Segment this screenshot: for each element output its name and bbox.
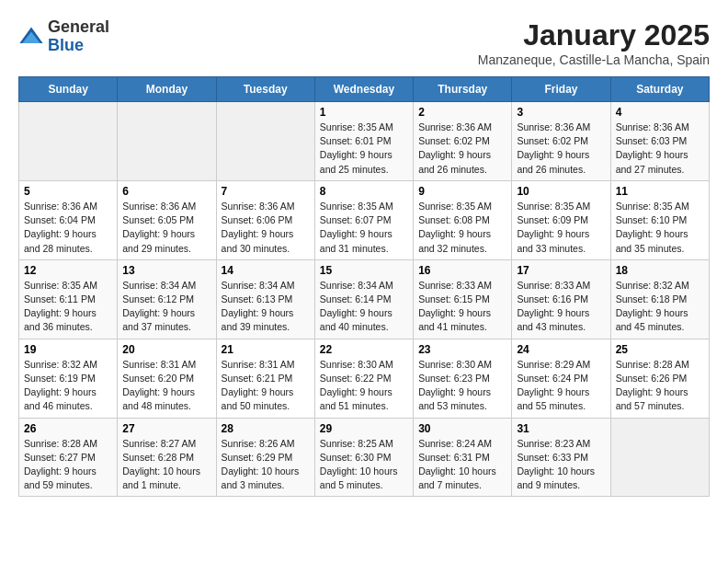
- logo-text: General Blue: [48, 18, 109, 55]
- day-number: 3: [517, 106, 605, 119]
- day-number: 1: [320, 106, 408, 119]
- day-info: Sunrise: 8:32 AMSunset: 6:19 PMDaylight:…: [24, 358, 112, 414]
- calendar-body: 1Sunrise: 8:35 AMSunset: 6:01 PMDaylight…: [19, 102, 710, 497]
- day-info: Sunrise: 8:36 AMSunset: 6:06 PMDaylight:…: [222, 200, 310, 256]
- day-info: Sunrise: 8:29 AMSunset: 6:24 PMDaylight:…: [517, 358, 605, 414]
- day-info: Sunrise: 8:35 AMSunset: 6:10 PMDaylight:…: [616, 200, 704, 256]
- day-info: Sunrise: 8:28 AMSunset: 6:26 PMDaylight:…: [616, 358, 704, 414]
- week-row: 12Sunrise: 8:35 AMSunset: 6:11 PMDayligh…: [19, 259, 710, 339]
- week-row: 5Sunrise: 8:36 AMSunset: 6:04 PMDaylight…: [19, 180, 710, 259]
- calendar-header: SundayMondayTuesdayWednesdayThursdayFrid…: [19, 77, 710, 102]
- day-number: 10: [517, 185, 605, 198]
- calendar-cell: 13Sunrise: 8:34 AMSunset: 6:12 PMDayligh…: [118, 259, 216, 339]
- calendar-cell: 4Sunrise: 8:36 AMSunset: 6:03 PMDaylight…: [610, 102, 709, 181]
- calendar-cell: 10Sunrise: 8:35 AMSunset: 6:09 PMDayligh…: [512, 180, 610, 259]
- calendar-cell: [118, 102, 216, 181]
- day-info: Sunrise: 8:35 AMSunset: 6:07 PMDaylight:…: [320, 200, 408, 256]
- day-number: 15: [320, 264, 408, 277]
- calendar-cell: 30Sunrise: 8:24 AMSunset: 6:31 PMDayligh…: [414, 418, 512, 497]
- day-info: Sunrise: 8:30 AMSunset: 6:22 PMDaylight:…: [320, 358, 408, 414]
- day-info: Sunrise: 8:23 AMSunset: 6:33 PMDaylight:…: [517, 437, 605, 493]
- week-row: 1Sunrise: 8:35 AMSunset: 6:01 PMDaylight…: [19, 102, 710, 181]
- calendar-cell: 3Sunrise: 8:36 AMSunset: 6:02 PMDaylight…: [512, 102, 610, 181]
- day-number: 11: [616, 185, 704, 198]
- calendar-cell: [610, 418, 709, 497]
- week-row: 19Sunrise: 8:32 AMSunset: 6:19 PMDayligh…: [19, 339, 710, 418]
- calendar-cell: [19, 102, 118, 181]
- day-number: 28: [222, 422, 310, 435]
- day-number: 27: [122, 422, 210, 435]
- calendar-cell: 12Sunrise: 8:35 AMSunset: 6:11 PMDayligh…: [19, 259, 118, 339]
- day-number: 26: [24, 422, 112, 435]
- day-info: Sunrise: 8:31 AMSunset: 6:20 PMDaylight:…: [122, 358, 210, 414]
- calendar-cell: 29Sunrise: 8:25 AMSunset: 6:30 PMDayligh…: [314, 418, 413, 497]
- calendar-cell: 17Sunrise: 8:33 AMSunset: 6:16 PMDayligh…: [512, 259, 610, 339]
- day-number: 14: [222, 264, 310, 277]
- day-info: Sunrise: 8:35 AMSunset: 6:01 PMDaylight:…: [320, 121, 408, 177]
- day-number: 31: [517, 422, 605, 435]
- calendar-cell: 9Sunrise: 8:35 AMSunset: 6:08 PMDaylight…: [414, 180, 512, 259]
- day-number: 5: [24, 185, 112, 198]
- day-number: 20: [122, 343, 210, 356]
- day-info: Sunrise: 8:32 AMSunset: 6:18 PMDaylight:…: [616, 279, 704, 335]
- day-info: Sunrise: 8:36 AMSunset: 6:02 PMDaylight:…: [517, 121, 605, 177]
- day-number: 12: [24, 264, 112, 277]
- day-number: 19: [24, 343, 112, 356]
- calendar-cell: 16Sunrise: 8:33 AMSunset: 6:15 PMDayligh…: [414, 259, 512, 339]
- day-info: Sunrise: 8:36 AMSunset: 6:02 PMDaylight:…: [418, 121, 506, 177]
- calendar-cell: 31Sunrise: 8:23 AMSunset: 6:33 PMDayligh…: [512, 418, 610, 497]
- day-info: Sunrise: 8:33 AMSunset: 6:16 PMDaylight:…: [517, 279, 605, 335]
- day-number: 17: [517, 264, 605, 277]
- calendar-cell: 20Sunrise: 8:31 AMSunset: 6:20 PMDayligh…: [118, 339, 216, 418]
- calendar-cell: 22Sunrise: 8:30 AMSunset: 6:22 PMDayligh…: [314, 339, 413, 418]
- day-info: Sunrise: 8:24 AMSunset: 6:31 PMDaylight:…: [418, 437, 506, 493]
- day-number: 6: [122, 185, 210, 198]
- day-number: 23: [418, 343, 506, 356]
- header-day-saturday: Saturday: [610, 77, 709, 102]
- day-info: Sunrise: 8:25 AMSunset: 6:30 PMDaylight:…: [320, 437, 408, 493]
- calendar-cell: 23Sunrise: 8:30 AMSunset: 6:23 PMDayligh…: [414, 339, 512, 418]
- calendar-cell: 27Sunrise: 8:27 AMSunset: 6:28 PMDayligh…: [118, 418, 216, 497]
- day-info: Sunrise: 8:35 AMSunset: 6:08 PMDaylight:…: [418, 200, 506, 256]
- calendar-cell: 14Sunrise: 8:34 AMSunset: 6:13 PMDayligh…: [216, 259, 314, 339]
- day-info: Sunrise: 8:36 AMSunset: 6:04 PMDaylight:…: [24, 200, 112, 256]
- calendar-cell: 7Sunrise: 8:36 AMSunset: 6:06 PMDaylight…: [216, 180, 314, 259]
- calendar-cell: 1Sunrise: 8:35 AMSunset: 6:01 PMDaylight…: [314, 102, 413, 181]
- day-info: Sunrise: 8:31 AMSunset: 6:21 PMDaylight:…: [222, 358, 310, 414]
- day-number: 4: [616, 106, 704, 119]
- day-info: Sunrise: 8:34 AMSunset: 6:14 PMDaylight:…: [320, 279, 408, 335]
- calendar-cell: 15Sunrise: 8:34 AMSunset: 6:14 PMDayligh…: [314, 259, 413, 339]
- calendar-cell: 6Sunrise: 8:36 AMSunset: 6:05 PMDaylight…: [118, 180, 216, 259]
- calendar-cell: 5Sunrise: 8:36 AMSunset: 6:04 PMDaylight…: [19, 180, 118, 259]
- day-number: 24: [517, 343, 605, 356]
- day-number: 25: [616, 343, 704, 356]
- day-number: 18: [616, 264, 704, 277]
- header-day-tuesday: Tuesday: [216, 77, 314, 102]
- day-info: Sunrise: 8:30 AMSunset: 6:23 PMDaylight:…: [418, 358, 506, 414]
- day-number: 9: [418, 185, 506, 198]
- day-number: 22: [320, 343, 408, 356]
- day-number: 13: [122, 264, 210, 277]
- day-number: 16: [418, 264, 506, 277]
- calendar-table: SundayMondayTuesdayWednesdayThursdayFrid…: [18, 76, 710, 497]
- day-number: 8: [320, 185, 408, 198]
- logo-icon: [18, 24, 44, 50]
- calendar-title: January 2025: [478, 18, 710, 52]
- calendar-cell: 25Sunrise: 8:28 AMSunset: 6:26 PMDayligh…: [610, 339, 709, 418]
- day-info: Sunrise: 8:34 AMSunset: 6:13 PMDaylight:…: [222, 279, 310, 335]
- calendar-cell: 26Sunrise: 8:28 AMSunset: 6:27 PMDayligh…: [19, 418, 118, 497]
- header-row: SundayMondayTuesdayWednesdayThursdayFrid…: [19, 77, 710, 102]
- calendar-cell: 11Sunrise: 8:35 AMSunset: 6:10 PMDayligh…: [610, 180, 709, 259]
- calendar-cell: 21Sunrise: 8:31 AMSunset: 6:21 PMDayligh…: [216, 339, 314, 418]
- calendar-cell: 24Sunrise: 8:29 AMSunset: 6:24 PMDayligh…: [512, 339, 610, 418]
- day-number: 21: [222, 343, 310, 356]
- day-info: Sunrise: 8:35 AMSunset: 6:11 PMDaylight:…: [24, 279, 112, 335]
- calendar-cell: 18Sunrise: 8:32 AMSunset: 6:18 PMDayligh…: [610, 259, 709, 339]
- calendar-cell: [216, 102, 314, 181]
- calendar-cell: 19Sunrise: 8:32 AMSunset: 6:19 PMDayligh…: [19, 339, 118, 418]
- day-info: Sunrise: 8:35 AMSunset: 6:09 PMDaylight:…: [517, 200, 605, 256]
- week-row: 26Sunrise: 8:28 AMSunset: 6:27 PMDayligh…: [19, 418, 710, 497]
- day-info: Sunrise: 8:28 AMSunset: 6:27 PMDaylight:…: [24, 437, 112, 493]
- header-day-monday: Monday: [118, 77, 216, 102]
- header-day-sunday: Sunday: [19, 77, 118, 102]
